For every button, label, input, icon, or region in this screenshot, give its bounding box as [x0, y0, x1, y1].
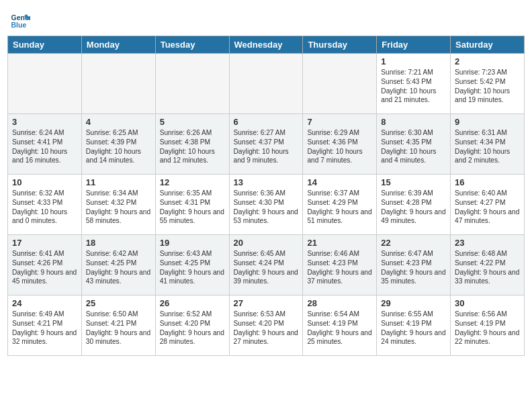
table-row: 28Sunrise: 6:54 AMSunset: 4:19 PMDayligh…: [303, 295, 377, 356]
table-row: 29Sunrise: 6:55 AMSunset: 4:19 PMDayligh…: [377, 295, 451, 356]
table-row: 24Sunrise: 6:49 AMSunset: 4:21 PMDayligh…: [8, 295, 82, 356]
day-info: Sunrise: 6:32 AMSunset: 4:33 PMDaylight:…: [12, 189, 77, 226]
table-row: [229, 54, 303, 114]
day-number: 10: [12, 177, 77, 187]
table-row: 10Sunrise: 6:32 AMSunset: 4:33 PMDayligh…: [8, 175, 82, 235]
table-row: 17Sunrise: 6:41 AMSunset: 4:26 PMDayligh…: [8, 235, 82, 295]
day-number: 28: [307, 298, 372, 308]
day-info: Sunrise: 6:34 AMSunset: 4:32 PMDaylight:…: [86, 189, 151, 226]
day-number: 22: [381, 238, 446, 248]
table-row: 23Sunrise: 6:48 AMSunset: 4:22 PMDayligh…: [451, 235, 525, 295]
day-number: 23: [455, 238, 520, 248]
day-number: 27: [234, 298, 299, 308]
day-number: 20: [234, 238, 299, 248]
day-info: Sunrise: 6:45 AMSunset: 4:24 PMDaylight:…: [234, 249, 299, 286]
table-row: 27Sunrise: 6:53 AMSunset: 4:20 PMDayligh…: [229, 295, 303, 356]
calendar-header-monday: Monday: [81, 36, 155, 54]
day-number: 18: [86, 238, 151, 248]
day-info: Sunrise: 7:21 AMSunset: 5:43 PMDaylight:…: [381, 68, 446, 105]
logo-icon: General Blue: [10, 10, 30, 30]
day-info: Sunrise: 6:52 AMSunset: 4:20 PMDaylight:…: [160, 310, 225, 347]
day-number: 12: [160, 177, 225, 187]
day-info: Sunrise: 6:31 AMSunset: 4:34 PMDaylight:…: [455, 128, 520, 165]
day-number: 6: [234, 117, 299, 127]
day-number: 16: [455, 177, 520, 187]
day-info: Sunrise: 6:42 AMSunset: 4:25 PMDaylight:…: [86, 249, 151, 286]
table-row: 15Sunrise: 6:39 AMSunset: 4:28 PMDayligh…: [377, 175, 451, 235]
table-row: [303, 54, 377, 114]
day-info: Sunrise: 6:26 AMSunset: 4:38 PMDaylight:…: [160, 128, 225, 165]
day-info: Sunrise: 6:25 AMSunset: 4:39 PMDaylight:…: [86, 128, 151, 165]
day-number: 7: [307, 117, 372, 127]
calendar-header-wednesday: Wednesday: [229, 36, 303, 54]
day-info: Sunrise: 6:54 AMSunset: 4:19 PMDaylight:…: [307, 310, 372, 347]
day-info: Sunrise: 6:43 AMSunset: 4:25 PMDaylight:…: [160, 249, 225, 286]
day-number: 11: [86, 177, 151, 187]
day-number: 21: [307, 238, 372, 248]
table-row: 25Sunrise: 6:50 AMSunset: 4:21 PMDayligh…: [81, 295, 155, 356]
day-info: Sunrise: 6:40 AMSunset: 4:27 PMDaylight:…: [455, 189, 520, 226]
table-row: [81, 54, 155, 114]
table-row: 18Sunrise: 6:42 AMSunset: 4:25 PMDayligh…: [81, 235, 155, 295]
day-info: Sunrise: 6:48 AMSunset: 4:22 PMDaylight:…: [455, 249, 520, 286]
day-number: 29: [381, 298, 446, 308]
day-number: 3: [12, 117, 77, 127]
day-info: Sunrise: 6:27 AMSunset: 4:37 PMDaylight:…: [234, 128, 299, 165]
table-row: 20Sunrise: 6:45 AMSunset: 4:24 PMDayligh…: [229, 235, 303, 295]
day-info: Sunrise: 6:56 AMSunset: 4:19 PMDaylight:…: [455, 310, 520, 347]
table-row: 11Sunrise: 6:34 AMSunset: 4:32 PMDayligh…: [81, 175, 155, 235]
day-info: Sunrise: 6:55 AMSunset: 4:19 PMDaylight:…: [381, 310, 446, 347]
calendar-header-tuesday: Tuesday: [155, 36, 229, 54]
calendar-header-friday: Friday: [377, 36, 451, 54]
table-row: [155, 54, 229, 114]
day-info: Sunrise: 6:50 AMSunset: 4:21 PMDaylight:…: [86, 310, 151, 347]
day-number: 30: [455, 298, 520, 308]
day-number: 26: [160, 298, 225, 308]
table-row: 13Sunrise: 6:36 AMSunset: 4:30 PMDayligh…: [229, 175, 303, 235]
svg-text:Blue: Blue: [11, 21, 27, 29]
day-info: Sunrise: 6:29 AMSunset: 4:36 PMDaylight:…: [307, 128, 372, 165]
day-info: Sunrise: 6:49 AMSunset: 4:21 PMDaylight:…: [12, 310, 77, 347]
table-row: 6Sunrise: 6:27 AMSunset: 4:37 PMDaylight…: [229, 114, 303, 175]
day-number: 13: [234, 177, 299, 187]
day-number: 5: [160, 117, 225, 127]
day-info: Sunrise: 6:47 AMSunset: 4:23 PMDaylight:…: [381, 249, 446, 286]
table-row: [8, 54, 82, 114]
day-info: Sunrise: 6:30 AMSunset: 4:35 PMDaylight:…: [381, 128, 446, 165]
table-row: 21Sunrise: 6:46 AMSunset: 4:23 PMDayligh…: [303, 235, 377, 295]
day-info: Sunrise: 6:41 AMSunset: 4:26 PMDaylight:…: [12, 249, 77, 286]
table-row: 14Sunrise: 6:37 AMSunset: 4:29 PMDayligh…: [303, 175, 377, 235]
day-number: 4: [86, 117, 151, 127]
table-row: 22Sunrise: 6:47 AMSunset: 4:23 PMDayligh…: [377, 235, 451, 295]
logo: General Blue: [10, 10, 32, 30]
day-number: 8: [381, 117, 446, 127]
day-info: Sunrise: 6:37 AMSunset: 4:29 PMDaylight:…: [307, 189, 372, 226]
day-number: 19: [160, 238, 225, 248]
calendar-header-sunday: Sunday: [8, 36, 82, 54]
day-number: 25: [86, 298, 151, 308]
table-row: 3Sunrise: 6:24 AMSunset: 4:41 PMDaylight…: [8, 114, 82, 175]
day-info: Sunrise: 7:23 AMSunset: 5:42 PMDaylight:…: [455, 68, 520, 105]
day-number: 15: [381, 177, 446, 187]
day-number: 2: [455, 56, 520, 66]
day-info: Sunrise: 6:53 AMSunset: 4:20 PMDaylight:…: [234, 310, 299, 347]
table-row: 7Sunrise: 6:29 AMSunset: 4:36 PMDaylight…: [303, 114, 377, 175]
day-info: Sunrise: 6:35 AMSunset: 4:31 PMDaylight:…: [160, 189, 225, 226]
day-info: Sunrise: 6:39 AMSunset: 4:28 PMDaylight:…: [381, 189, 446, 226]
day-info: Sunrise: 6:24 AMSunset: 4:41 PMDaylight:…: [12, 128, 77, 165]
table-row: 30Sunrise: 6:56 AMSunset: 4:19 PMDayligh…: [451, 295, 525, 356]
table-row: 9Sunrise: 6:31 AMSunset: 4:34 PMDaylight…: [451, 114, 525, 175]
calendar-header-thursday: Thursday: [303, 36, 377, 54]
day-info: Sunrise: 6:36 AMSunset: 4:30 PMDaylight:…: [234, 189, 299, 226]
table-row: 26Sunrise: 6:52 AMSunset: 4:20 PMDayligh…: [155, 295, 229, 356]
table-row: 8Sunrise: 6:30 AMSunset: 4:35 PMDaylight…: [377, 114, 451, 175]
day-number: 24: [12, 298, 77, 308]
table-row: 12Sunrise: 6:35 AMSunset: 4:31 PMDayligh…: [155, 175, 229, 235]
calendar-header-saturday: Saturday: [451, 36, 525, 54]
table-row: 2Sunrise: 7:23 AMSunset: 5:42 PMDaylight…: [451, 54, 525, 114]
day-number: 1: [381, 56, 446, 66]
table-row: 19Sunrise: 6:43 AMSunset: 4:25 PMDayligh…: [155, 235, 229, 295]
day-number: 14: [307, 177, 372, 187]
day-number: 17: [12, 238, 77, 248]
table-row: 1Sunrise: 7:21 AMSunset: 5:43 PMDaylight…: [377, 54, 451, 114]
